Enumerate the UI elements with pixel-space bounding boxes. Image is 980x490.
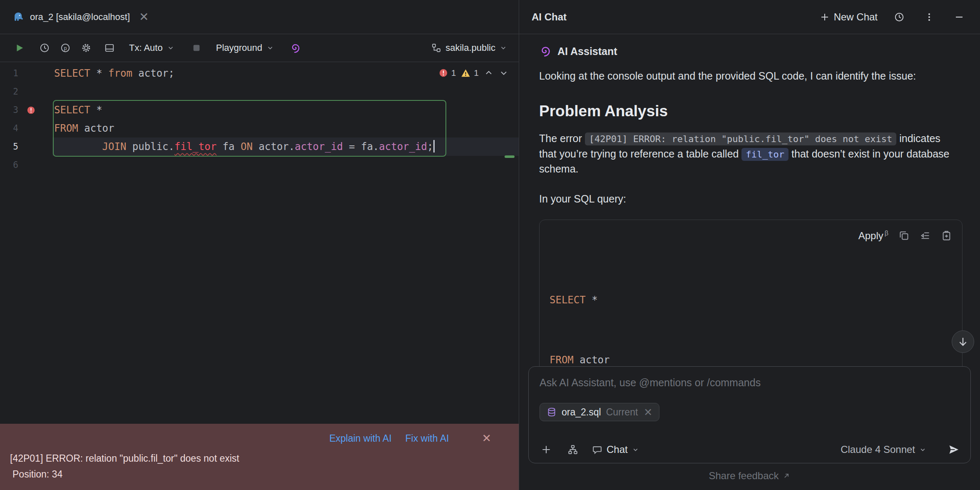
copy-icon <box>898 230 910 241</box>
schema-context-button[interactable] <box>565 442 580 457</box>
database-icon <box>547 407 557 417</box>
error-badge-icon <box>439 68 448 78</box>
history-icon <box>39 42 50 53</box>
chat-bubble-icon <box>592 445 602 455</box>
chevron-down-icon <box>500 44 507 52</box>
ai-chat-panel: AI Chat New Chat <box>519 0 980 490</box>
tab-title: ora_2 [sakila@localhost] <box>30 12 130 22</box>
problem-description: The error [42P01] ERROR: relation "publi… <box>539 131 960 176</box>
model-selector-dropdown[interactable]: Claude 4 Sonnet <box>841 444 926 455</box>
plus-icon <box>820 12 830 22</box>
external-link-icon <box>782 472 791 480</box>
schema-label: sakila.public <box>445 42 495 53</box>
scroll-to-bottom-button[interactable] <box>952 330 974 353</box>
close-banner-icon[interactable]: ✕ <box>482 433 491 444</box>
tab-close-icon[interactable]: ✕ <box>139 11 149 23</box>
svg-text:p: p <box>64 45 67 51</box>
hide-panel-button[interactable] <box>951 9 968 25</box>
playground-dropdown[interactable]: Playground <box>210 38 280 58</box>
settings-button[interactable] <box>76 38 97 58</box>
add-context-button[interactable] <box>539 442 554 457</box>
editor-tab[interactable]: ora_2 [sakila@localhost] ✕ <box>7 0 154 34</box>
copy-to-clipboard-button[interactable] <box>941 230 952 241</box>
editor-line-5: 5 JOIN public.fil_tor fa ON actor.actor_… <box>0 138 519 156</box>
chevron-down-icon <box>632 446 639 453</box>
editor-line-6: 6 <box>0 156 519 174</box>
code-block-line: FROM actor <box>550 350 952 366</box>
tx-mode-dropdown[interactable]: Tx: Auto <box>123 38 180 58</box>
query-intro-text: In your SQL query: <box>539 191 960 206</box>
gear-icon <box>81 42 92 53</box>
editor-pane: ora_2 [sakila@localhost] ✕ p Tx: Auto <box>0 0 519 490</box>
chevron-down-icon <box>919 446 926 453</box>
editor-line-2: 2 <box>0 82 519 101</box>
playground-label: Playground <box>216 42 262 53</box>
history-icon <box>894 12 905 22</box>
code-line[interactable] <box>52 82 519 101</box>
line-number: 1 <box>0 64 18 82</box>
editor-line-4: 4 FROM actor <box>0 119 519 138</box>
explain-plan-button[interactable]: p <box>55 38 76 58</box>
open-in-editor-button[interactable] <box>898 230 910 241</box>
insert-at-caret-icon <box>920 230 931 241</box>
next-problem-button[interactable] <box>499 68 509 78</box>
chat-mode-dropdown[interactable]: Chat <box>592 444 639 455</box>
code-line[interactable]: FROM actor <box>52 119 519 138</box>
ai-logo-icon <box>539 45 552 58</box>
chat-header: AI Chat New Chat <box>519 0 980 34</box>
fix-with-ai-link[interactable]: Fix with AI <box>405 433 449 444</box>
share-feedback-link[interactable]: Share feedback <box>519 463 980 488</box>
context-chip[interactable]: ora_2.sql Current ✕ <box>540 403 659 421</box>
tx-mode-label: Tx: Auto <box>129 42 163 53</box>
chip-status: Current <box>606 407 638 418</box>
sql-editor[interactable]: 1 SELECT * from actor; 2 3 SELECT * 4 FR… <box>0 62 519 424</box>
explain-with-ai-link[interactable]: Explain with AI <box>329 433 392 444</box>
stop-button[interactable] <box>186 38 207 58</box>
error-gutter-icon[interactable] <box>23 106 38 115</box>
editor-line-3: 3 SELECT * <box>0 101 519 119</box>
inspections-widget[interactable]: 1 1 <box>439 68 509 78</box>
chat-more-options-button[interactable] <box>921 9 938 25</box>
inline-error-code: [42P01] ERROR: relation "public.fil_tor"… <box>585 132 896 145</box>
insert-at-caret-button[interactable] <box>920 230 931 241</box>
warning-count: 1 <box>474 68 479 78</box>
code-line[interactable]: JOIN public.fil_tor fa ON actor.actor_id… <box>52 138 519 156</box>
chevron-down-icon <box>167 44 174 52</box>
apply-button[interactable]: Applyβ <box>858 230 888 242</box>
code-line[interactable]: SELECT * <box>52 101 519 119</box>
gutter: 1 <box>0 64 52 82</box>
run-button[interactable] <box>9 38 30 58</box>
send-button[interactable] <box>948 444 960 455</box>
problem-analysis-heading: Problem Analysis <box>539 102 963 120</box>
assistant-name: AI Assistant <box>557 45 617 58</box>
in-editor-results-button[interactable] <box>99 38 120 58</box>
remove-chip-icon[interactable]: ✕ <box>644 407 652 418</box>
executed-statement-marker <box>505 155 515 158</box>
assistant-intro-text: Looking at the console output and the pr… <box>539 68 960 83</box>
error-position: Position: 34 <box>10 469 509 480</box>
chat-history-button[interactable] <box>891 9 908 25</box>
history-button[interactable] <box>34 38 55 58</box>
editor-tab-bar: ora_2 [sakila@localhost] ✕ <box>0 0 519 34</box>
chat-input-placeholder: Ask AI Assistant, use @mentions or /comm… <box>540 377 960 389</box>
code-block-content: SELECT * FROM actor JOIN public.fil_tor … <box>550 250 952 366</box>
chevron-down-icon <box>499 68 509 78</box>
code-line[interactable] <box>52 156 519 174</box>
gutter: 4 <box>0 119 52 138</box>
gutter: 6 <box>0 156 52 174</box>
new-chat-label: New Chat <box>834 11 878 23</box>
chat-input-box[interactable]: Ask AI Assistant, use @mentions or /comm… <box>528 366 971 463</box>
ai-actions-button[interactable] <box>285 38 306 58</box>
error-count: 1 <box>451 68 456 78</box>
previous-problem-button[interactable] <box>484 68 494 78</box>
line-number: 2 <box>0 82 18 101</box>
stop-icon <box>192 43 201 52</box>
line-number: 6 <box>0 156 18 174</box>
run-icon <box>14 42 25 53</box>
ai-assistant-icon <box>290 42 301 54</box>
minimize-icon <box>954 12 964 22</box>
chat-messages: AI Assistant Looking at the console outp… <box>519 34 980 366</box>
schema-selector[interactable]: sakila.public <box>431 42 510 53</box>
line-number: 4 <box>0 119 18 138</box>
new-chat-button[interactable]: New Chat <box>820 11 878 23</box>
